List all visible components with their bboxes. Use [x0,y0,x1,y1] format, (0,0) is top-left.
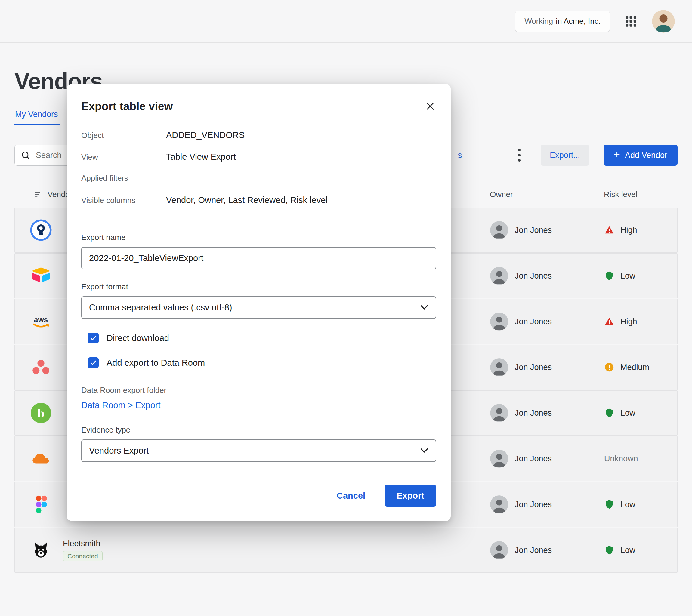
workspace-switcher[interactable]: Working in Acme, Inc. [515,11,610,32]
owner-avatar [490,267,508,285]
apps-grid-icon[interactable] [624,15,637,28]
vendor-cell: FleetsmithConnected [15,539,490,561]
svg-text:b: b [37,406,45,420]
modal-footer: Cancel Export [81,485,436,507]
export-format-label: Export format [81,282,436,291]
risk-label: Low [620,546,635,555]
search-icon [21,150,30,160]
close-icon[interactable] [424,100,437,113]
owner-avatar [490,404,508,422]
owner-cell: Jon Jones [490,312,604,331]
owner-avatar [490,496,508,513]
object-label: Object [81,131,166,140]
modal-title: Export table view [81,100,173,113]
owner-name: Jon Jones [515,409,552,418]
column-header-owner[interactable]: Owner [490,190,604,199]
airtable-icon [30,265,52,287]
bamboohr-icon: b [30,402,52,424]
risk-label: Medium [620,363,649,372]
aws-icon: aws [30,310,52,333]
risk-medium-icon [604,362,614,372]
risk-label: High [620,317,637,326]
owner-cell: Jon Jones [490,221,604,239]
risk-cell: Low [604,271,677,281]
evidence-type-select[interactable]: Vendors Export [81,439,436,462]
owner-avatar [490,450,508,468]
more-options-icon[interactable] [512,146,526,165]
data-room-export-link[interactable]: Data Room > Export [81,400,161,410]
cloudflare-icon [30,447,52,470]
owner-cell: Jon Jones [490,404,604,422]
table-row[interactable]: FleetsmithConnectedJon JonesLow [15,528,677,573]
owner-name: Jon Jones [515,271,552,281]
risk-low-icon [604,499,614,509]
risk-label: High [620,226,637,235]
view-label: View [81,153,166,162]
visible-columns-label: Visible columns [81,196,166,205]
evidence-type-value: Vendors Export [89,446,149,456]
partial-link-fragment[interactable]: s [458,151,462,160]
applied-filters-label: Applied filters [81,174,166,183]
owner-avatar [490,312,508,331]
export-name-input[interactable] [81,247,436,269]
svg-text:aws: aws [34,315,48,324]
direct-download-checkbox[interactable]: Direct download [88,333,436,344]
direct-download-label: Direct download [107,333,169,343]
user-avatar[interactable] [652,10,675,33]
export-name-label: Export name [81,233,436,242]
column-header-risk-level[interactable]: Risk level [604,190,677,199]
vendor-name: Fleetsmith [63,539,101,548]
risk-cell: Low [604,499,677,509]
topbar: Working in Acme, Inc. [0,0,692,43]
owner-name: Jon Jones [515,500,552,509]
tab-my-vendors[interactable]: My Vendors [15,110,60,126]
add-export-to-data-room-label: Add export to Data Room [107,358,205,368]
chevron-down-icon [420,305,428,310]
risk-high-icon [604,225,614,235]
visible-columns-value: Vendor, Owner, Last Reviewed, Risk level [166,195,436,205]
toolbar-actions: s Export... + Add Vendor [458,145,677,166]
plus-icon: + [614,149,620,160]
risk-label: Low [620,409,635,418]
owner-avatar [490,358,508,376]
data-room-folder-label: Data Room export folder [81,386,436,395]
owner-name: Jon Jones [515,317,552,326]
add-vendor-button[interactable]: + Add Vendor [604,145,677,166]
view-value: Table View Export [166,152,436,162]
owner-name: Jon Jones [515,363,552,372]
chevron-down-icon [420,448,428,453]
owner-name: Jon Jones [515,454,552,463]
divider [81,219,436,219]
fleetsmith-icon [30,539,52,561]
figma-icon [30,493,52,515]
workspace-prefix: Working [524,17,553,26]
connected-badge: Connected [63,551,103,561]
asana-icon [30,356,52,378]
add-vendor-label: Add Vendor [625,151,667,160]
risk-label: Low [620,271,635,281]
risk-high-icon [604,316,614,327]
export-summary: ObjectADDED_VENDORS ViewTable View Expor… [81,130,436,217]
owner-avatar [490,221,508,239]
risk-cell: High [604,316,677,327]
risk-low-icon [604,271,614,281]
workspace-name: in Acme, Inc. [556,17,601,26]
1password-icon [30,219,52,241]
export-button[interactable]: Export [385,485,436,507]
owner-cell: Jon Jones [490,541,604,559]
owner-avatar [490,541,508,559]
risk-label: Unknown [604,454,638,463]
cancel-button[interactable]: Cancel [335,490,367,501]
risk-low-icon [604,545,614,555]
risk-cell: Low [604,408,677,418]
risk-cell: High [604,225,677,235]
export-format-value: Comma separated values (.csv utf-8) [89,303,232,312]
export-table-button[interactable]: Export... [541,145,589,166]
export-format-select[interactable]: Comma separated values (.csv utf-8) [81,296,436,319]
add-export-to-data-room-checkbox[interactable]: Add export to Data Room [88,357,436,368]
owner-name: Jon Jones [515,226,552,235]
risk-low-icon [604,408,614,418]
evidence-type-label: Evidence type [81,425,436,435]
risk-cell: Low [604,545,677,555]
owner-cell: Jon Jones [490,267,604,285]
